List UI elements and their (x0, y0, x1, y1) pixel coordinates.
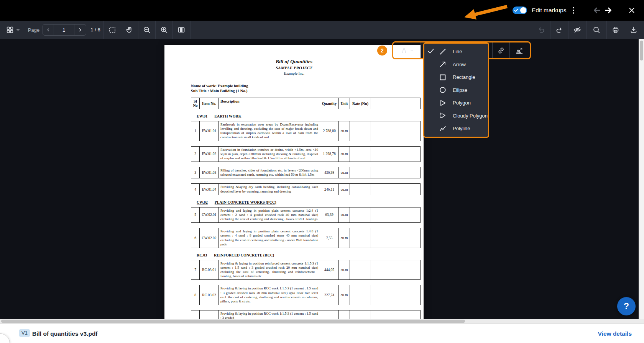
eye-slash-icon (573, 25, 582, 34)
more-options-button[interactable] (568, 5, 579, 16)
next-file-button[interactable] (603, 5, 614, 16)
chevron-down-icon (15, 26, 21, 33)
cell-item: EW.01.01 (199, 121, 219, 141)
back-arrow-icon (592, 5, 602, 15)
cell-sl (191, 310, 199, 319)
corner-curve-decoration (0, 333, 10, 343)
print-button[interactable] (606, 21, 625, 39)
toggle-knob (520, 7, 526, 13)
cloudy-polygon-icon (439, 112, 447, 119)
menu-item-line[interactable]: Line (424, 45, 488, 58)
cell-amount (371, 207, 421, 222)
link-tool-button[interactable] (493, 42, 510, 58)
section-code: RC.03 (197, 253, 207, 257)
menu-item-label: Polyline (453, 126, 470, 131)
cell-amount (371, 184, 421, 194)
page-navigator (43, 24, 86, 36)
search-button[interactable] (586, 21, 606, 39)
view-details-link[interactable]: View details (598, 324, 632, 343)
cell-unit: Unit (338, 98, 350, 109)
download-button[interactable] (625, 21, 642, 39)
menu-item-label: Cloudy Polygon (453, 113, 488, 119)
boq-table: Sl NoItem No.DescriptionQuantityUnitRate… (191, 98, 421, 319)
columns-view-icon (177, 25, 186, 34)
polyline-icon (439, 125, 447, 132)
table-row: 4EW.01.04Providing &laying dry earth bed… (191, 183, 421, 195)
section-title: PLAIN CONCRETE WORKS (PCC) (215, 200, 276, 204)
close-icon (628, 6, 636, 15)
edit-markups-label: Edit markups (532, 0, 566, 21)
close-button[interactable] (626, 5, 637, 16)
cell-rate (350, 167, 371, 178)
redo-button[interactable] (550, 21, 568, 39)
menu-item-polygon[interactable]: Polygon (424, 96, 488, 109)
cell-unit: cu.m (338, 207, 350, 222)
cell-unit: cu.m (338, 285, 350, 305)
cell-rate (350, 121, 371, 141)
section-heading-ew.01: EW.01EARTH WORK (191, 114, 421, 118)
pen-tool-button[interactable] (393, 42, 421, 58)
table-row: 8RC.03.02Providing & laying in position … (191, 285, 421, 305)
edit-markups-toggle[interactable] (513, 7, 527, 14)
cell-item: EW.01.03 (199, 167, 219, 178)
zoom-out-icon (142, 25, 151, 34)
section-heading-rc.03: RC.03REINFORCED CONCRETE (RCC) (191, 253, 421, 257)
zoom-out-button[interactable] (138, 21, 155, 39)
menu-item-cloudy-polygon[interactable]: Cloudy Polygon (424, 109, 488, 122)
menu-item-label: Rectangle (453, 74, 475, 80)
sub-title-line: Sub Title : Main Building (1 No.) (191, 89, 424, 93)
cell-amount (371, 310, 421, 319)
cell-rate (350, 260, 371, 280)
page-layout-button[interactable] (172, 21, 190, 39)
undo-icon (537, 25, 546, 34)
cell-item: RC.03.01 (199, 260, 219, 280)
cell-rate (350, 228, 371, 248)
cell-rate (350, 310, 371, 319)
pan-tool-button[interactable] (121, 21, 138, 39)
cell-item: EW.01.04 (199, 184, 219, 194)
cell-sl: 1 (191, 121, 199, 141)
cell-desc: Providing & laying in position reinforce… (219, 260, 320, 280)
cell-unit: cu.m (338, 121, 350, 141)
zoom-in-icon (159, 25, 169, 34)
table-row: 3EW.01.03Filling of trenches, sides of f… (191, 167, 421, 178)
cell-desc: Filling of trenches, sides of foundation… (219, 167, 320, 178)
undo-button[interactable] (532, 21, 550, 39)
section-title: EARTH WORK (214, 114, 241, 118)
previous-page-button[interactable] (43, 24, 54, 35)
cell-unit: cu.m (338, 260, 350, 280)
line-icon (436, 48, 450, 56)
vertical-scrollbar[interactable] (639, 39, 644, 319)
page-number-input[interactable] (54, 24, 74, 35)
horizontal-scrollbar-thumb[interactable] (1, 320, 465, 323)
signature-tool-button[interactable] (510, 42, 529, 58)
top-bar: Edit markups (0, 0, 644, 21)
hide-markups-button[interactable] (568, 21, 586, 39)
next-page-button[interactable] (74, 24, 86, 35)
chevron-down-icon (409, 47, 415, 54)
menu-item-label: Line (453, 49, 462, 54)
horizontal-scrollbar[interactable] (0, 319, 644, 323)
menu-item-rectangle[interactable]: Rectangle (424, 71, 488, 84)
help-button[interactable]: ? (617, 297, 636, 315)
cell-amount (371, 228, 421, 248)
marquee-select-button[interactable] (104, 21, 121, 39)
cell-sl: 4 (191, 184, 199, 194)
zoom-in-button[interactable] (155, 21, 172, 39)
signature-icon (515, 46, 524, 55)
previous-file-button[interactable] (591, 5, 602, 16)
rectangle-icon (436, 74, 450, 81)
cell-sl: 5 (191, 207, 199, 222)
menu-item-polyline[interactable]: Polyline (424, 122, 488, 135)
grid-icon (5, 25, 15, 34)
thumbnail-panel-button[interactable] (2, 21, 25, 39)
table-row: 2EW.01.02Excavation in foundation trench… (191, 146, 421, 162)
arrow-icon (436, 60, 450, 68)
menu-item-ellipse[interactable]: Ellipse (424, 84, 488, 97)
section-heading-cw.02: CW.02PLAIN CONCRETE WORKS (PCC) (191, 200, 421, 204)
vertical-scrollbar-thumb[interactable] (640, 41, 643, 60)
document-canvas[interactable]: Bill of Quantities SAMPLE PROJECT Exampl… (0, 39, 639, 319)
menu-item-arrow[interactable]: Arrow (424, 58, 488, 71)
cell-qty (320, 310, 338, 319)
cell-item: RC.03.02 (199, 285, 219, 305)
